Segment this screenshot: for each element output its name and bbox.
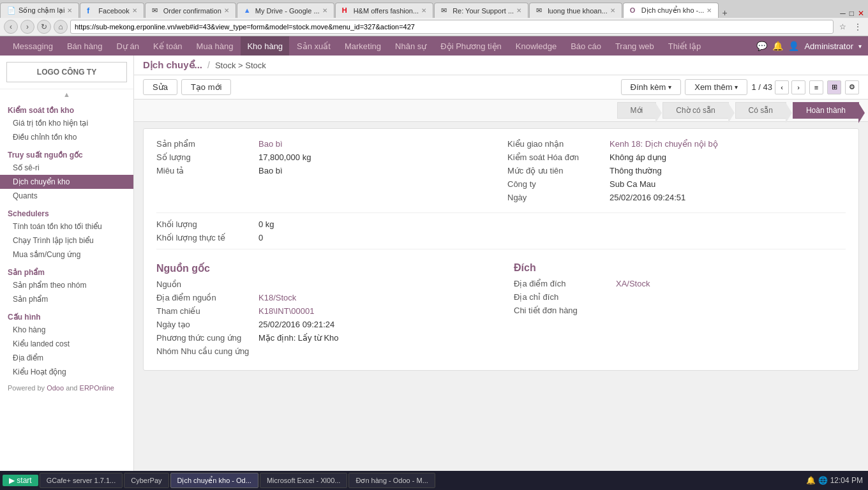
taskbar-cyberpay[interactable]: CyberPay	[124, 473, 168, 488]
field-label-diademdich: Địa điểm đích	[514, 279, 616, 288]
tab-close-6[interactable]: ✕	[516, 7, 521, 14]
back-btn[interactable]: ‹	[4, 20, 18, 34]
field-mieutа: Miêu tả Bao bì	[156, 166, 495, 175]
admin-label[interactable]: Administrator	[804, 41, 853, 51]
sidebar-item-sose[interactable]: Số sê-ri	[0, 161, 133, 175]
field-value-diadiem-nguon[interactable]: K18/Stock	[258, 293, 296, 302]
field-value-kieugiao[interactable]: Kenh 18: Dịch chuyển nội bộ	[610, 139, 718, 149]
tab-hm[interactable]: H H&M offers fashion... ✕	[335, 3, 434, 18]
nav-knowledge[interactable]: Knowledge	[509, 36, 563, 56]
home-btn[interactable]: ⌂	[54, 20, 68, 34]
tab-drive[interactable]: ▲ My Drive - Google ... ✕	[237, 3, 334, 18]
minimize-btn[interactable]: ─	[840, 9, 846, 18]
attach-btn[interactable]: Đính kèm	[621, 79, 682, 95]
tab-close-5[interactable]: ✕	[421, 7, 426, 14]
tab-close-7[interactable]: ✕	[610, 7, 615, 14]
tab-dich-chuyen[interactable]: O Dịch chuyển kho -... ✕	[623, 3, 719, 18]
nav-nhansu[interactable]: Nhân sự	[389, 36, 433, 56]
status-moi[interactable]: Mới	[617, 102, 657, 119]
pager-prev[interactable]: ‹	[775, 80, 789, 94]
sidebar-item-muasam[interactable]: Mua sắm/Cung ứng	[0, 248, 133, 262]
taskbar-excel[interactable]: Microsoft Excel - Xl00...	[260, 473, 348, 488]
nav-marketing[interactable]: Marketing	[338, 36, 387, 56]
nav-messaging[interactable]: Messaging	[6, 36, 59, 56]
erponline-link[interactable]: ERPOnline	[80, 384, 114, 392]
bell-icon[interactable]: 🔔	[772, 41, 783, 51]
taskbar-dich-chuyen[interactable]: Dịch chuyển kho - Od...	[170, 473, 258, 488]
taskbar-donhang[interactable]: Đơn hàng - Odoo - M...	[348, 473, 435, 488]
tab-song-cham[interactable]: 📄 Sống chậm lại ✕	[0, 3, 79, 18]
tab-luong[interactable]: ✉ luong thue khoan... ✕	[529, 3, 622, 18]
edit-btn[interactable]: Sửa	[143, 79, 177, 95]
tab-close-1[interactable]: ✕	[67, 7, 72, 14]
tab-close-8[interactable]: ✕	[707, 7, 712, 14]
nav-sanxuat[interactable]: Sản xuất	[290, 36, 337, 56]
tab-close-3[interactable]: ✕	[224, 7, 229, 14]
bookmark-icon[interactable]: ☆	[836, 20, 849, 33]
breadcrumb-path: Stock > Stock	[215, 61, 266, 70]
sidebar-item-giatri[interactable]: Giá trị tồn kho hiện tại	[0, 116, 133, 130]
reload-btn[interactable]: ↻	[37, 20, 51, 34]
tab-favicon-4: ▲	[244, 6, 253, 15]
sidebar-item-sp-nhom[interactable]: Sản phẩm theo nhóm	[0, 278, 133, 292]
tab-close-2[interactable]: ✕	[132, 7, 137, 14]
sidebar-item-kieuhoatdong[interactable]: Kiểu Hoạt động	[0, 365, 133, 379]
dest-title: Đích	[514, 262, 846, 274]
forward-btn[interactable]: ›	[20, 20, 34, 34]
taskbar-gcafe[interactable]: GCafe+ server 1.7.1...	[40, 473, 123, 488]
field-value-phuongthuc: Mặc định: Lấy từ Kho	[258, 333, 339, 343]
nav-khohang[interactable]: Kho hàng	[241, 36, 289, 56]
nav-ketoan[interactable]: Kế toán	[147, 36, 189, 56]
list-view-btn[interactable]: ≡	[809, 80, 823, 94]
field-label-mieuta: Miêu tả	[156, 166, 258, 175]
new-tab-btn[interactable]: +	[722, 8, 727, 18]
sidebar-item-dieuchinhtk[interactable]: Điều chỉnh tồn kho	[0, 130, 133, 144]
nav-banhang[interactable]: Bán hàng	[61, 36, 109, 56]
nav-baocao[interactable]: Báo cáo	[564, 36, 608, 56]
form-two-col: Nguồn gốc Nguồn Địa điểm nguồn K18/Stock…	[156, 256, 846, 360]
chat-icon[interactable]: 💬	[756, 41, 767, 51]
field-chitiet: Chi tiết đơn hàng	[514, 306, 846, 315]
nav-thietlap[interactable]: Thiết lập	[662, 36, 707, 56]
nav-duan[interactable]: Dự án	[110, 36, 146, 56]
app-body: LOGO CÔNG TY ▲ Kiểm soát tồn kho Giá trị…	[0, 56, 868, 489]
nav-trangweb[interactable]: Trang web	[609, 36, 661, 56]
nav-doi[interactable]: Đội Phương tiện	[434, 36, 508, 56]
sidebar-item-quants[interactable]: Quants	[0, 189, 133, 203]
sidebar-item-diadiem[interactable]: Địa điểm	[0, 351, 133, 365]
scroll-up-arrow[interactable]: ▲	[0, 89, 133, 100]
status-cho[interactable]: Chờ có sẵn	[662, 102, 728, 119]
sidebar-item-kho[interactable]: Kho hàng	[0, 323, 133, 337]
start-btn[interactable]: ▶ start	[3, 475, 38, 486]
address-input[interactable]	[70, 20, 834, 34]
kanban-view-btn[interactable]: ⊞	[827, 80, 841, 94]
close-btn[interactable]: ✕	[858, 9, 864, 18]
sidebar-item-kieulanded[interactable]: Kiểu landed cost	[0, 337, 133, 351]
form-source: Nguồn gốc Nguồn Địa điểm nguồn K18/Stock…	[156, 256, 488, 360]
nav-muahang[interactable]: Mua hàng	[190, 36, 240, 56]
tab-close-4[interactable]: ✕	[322, 7, 327, 14]
user-icon[interactable]: 👤	[788, 41, 799, 51]
tab-facebook[interactable]: f Facebook ✕	[80, 3, 144, 18]
field-value-thamchieu[interactable]: K18\INT\00001	[258, 306, 314, 316]
sidebar-item-dichcuyen[interactable]: Dịch chuyển kho	[0, 175, 133, 189]
field-value-diademdich[interactable]: XA/Stock	[616, 279, 650, 288]
admin-dropdown-icon[interactable]: ▾	[858, 43, 862, 50]
form-divider1	[156, 212, 846, 213]
field-khoiluong-tt: Khối lượng thực tế 0	[156, 233, 846, 242]
form-view-btn[interactable]: ⚙	[845, 80, 859, 94]
tab-order[interactable]: ✉ Order confirmation ✕	[145, 3, 236, 18]
status-co-san[interactable]: Có sẵn	[735, 102, 786, 119]
odoo-link[interactable]: Odoo	[47, 384, 64, 392]
maximize-btn[interactable]: □	[849, 9, 854, 18]
sidebar-item-sp[interactable]: Sản phẩm	[0, 292, 133, 306]
sidebar-item-chay[interactable]: Chạy Trình lập lịch biểu	[0, 234, 133, 248]
view-btn-more[interactable]: Xem thêm	[685, 79, 747, 95]
pager-next[interactable]: ›	[791, 80, 805, 94]
status-hoan-thanh[interactable]: Hoàn thành	[793, 102, 859, 119]
field-value-sanpham[interactable]: Bao bì	[258, 139, 283, 149]
sidebar-item-tinhtoan[interactable]: Tính toán tồn kho tối thiểu	[0, 219, 133, 234]
tab-support[interactable]: ✉ Re: Your Support ... ✕	[434, 3, 528, 18]
new-btn[interactable]: Tạo mới	[181, 79, 232, 95]
settings-icon[interactable]: ⋮	[851, 20, 864, 33]
